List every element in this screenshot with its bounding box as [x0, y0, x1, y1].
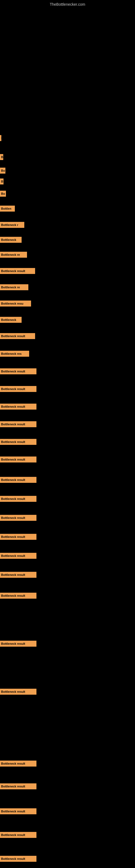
bar-label: Bottleneck result — [1, 785, 25, 788]
bar-label: Bo — [1, 169, 5, 172]
bar-label: Bottleneck result — [1, 269, 25, 273]
site-title: TheBottlenecker.com — [0, 0, 135, 8]
bar-row: Bottleneck re — [0, 252, 135, 258]
bar-label: B — [1, 180, 3, 183]
bar-label: Bottleneck result — [1, 388, 25, 391]
bar-label: Bottleneck result — [1, 594, 25, 597]
result-bar: Bottleneck result — [0, 593, 37, 599]
result-bar: Bottleneck result — [0, 496, 37, 502]
bar-row: Bottleneck result — [0, 268, 135, 274]
result-bar: Bottleneck re — [0, 252, 27, 258]
bar-row: Bottleneck result — [0, 439, 135, 445]
result-bar: Bottleneck result — [0, 761, 37, 767]
bar-label: Bottleneck — [1, 238, 16, 241]
bar-row: Bottleneck result — [0, 386, 135, 392]
bar-row: Bottleneck result — [0, 832, 135, 838]
result-bar: Bottleneck — [0, 317, 21, 323]
bar-row: Bottleneck result — [0, 689, 135, 695]
bar-row: Bottleneck re — [0, 284, 135, 290]
bar-row: Bottleneck result — [0, 333, 135, 339]
result-bar: Bottleneck result — [0, 832, 37, 838]
result-bar: Bo — [0, 191, 6, 197]
result-bar: Bottleneck result — [0, 572, 37, 578]
bar-row: Bottleneck result — [0, 593, 135, 599]
result-bar: Bottleneck resu — [0, 301, 31, 307]
bar-label: Bottleneck result — [1, 136, 1, 140]
result-bar: Bottleneck result — [0, 135, 1, 141]
bar-label: Bo — [1, 192, 5, 195]
bar-label: Bottleneck result — [1, 642, 25, 645]
bar-row: Bottleneck result — [0, 421, 135, 427]
bar-row: Bottleneck — [0, 237, 135, 243]
bar-row: Bottleneck result — [0, 457, 135, 463]
bar-label: Bottleneck — [1, 318, 16, 321]
result-bar: Bottleneck result — [0, 268, 35, 274]
bar-label: Bottleneck result — [1, 478, 25, 482]
bar-row: Bottleneck result — [0, 808, 135, 814]
bar-row: Bottleneck result — [0, 534, 135, 540]
bar-label: Bottleneck result — [1, 335, 25, 338]
result-bar: Bottleneck result — [0, 856, 37, 862]
bar-row: Bottleneck result — [0, 368, 135, 374]
bar-label: Bottleneck result — [1, 423, 25, 426]
bar-label: Bottleneck result — [1, 554, 25, 557]
bar-row: Bottlen — [0, 206, 135, 212]
bar-label: Bottleneck res — [1, 352, 21, 355]
result-bar: Bottleneck result — [0, 477, 37, 483]
bar-row: Bottleneck result — [0, 515, 135, 521]
bars-container: Bottleneck resultBBoBBoBottlenBottleneck… — [0, 8, 135, 868]
bar-row: Bottleneck result — [0, 783, 135, 789]
result-bar: Bottlen — [0, 206, 15, 212]
bar-label: B — [1, 155, 3, 159]
bar-label: Bottleneck re — [1, 253, 20, 256]
bar-label: Bottlen — [1, 207, 11, 210]
bar-row: Bottleneck result — [0, 553, 135, 559]
bar-label: Bottleneck result — [1, 857, 25, 860]
bar-row: Bo — [0, 167, 135, 174]
bar-label: Bottleneck result — [1, 440, 25, 443]
result-bar: Bottleneck res — [0, 351, 29, 357]
result-bar: Bottleneck result — [0, 333, 35, 339]
result-bar: Bottleneck result — [0, 386, 37, 392]
bar-label: Bottleneck result — [1, 458, 25, 461]
bar-label: Bottleneck r — [1, 223, 18, 226]
result-bar: Bottleneck result — [0, 641, 37, 647]
bar-label: Bottleneck result — [1, 690, 25, 693]
result-bar: Bottleneck result — [0, 553, 37, 559]
bar-label: Bottleneck result — [1, 516, 25, 520]
bar-row: Bottleneck res — [0, 351, 135, 357]
bar-row: Bottleneck resu — [0, 301, 135, 307]
result-bar: B — [0, 154, 3, 160]
result-bar: Bottleneck result — [0, 515, 37, 521]
bar-label: Bottleneck result — [1, 497, 25, 500]
result-bar: Bo — [0, 167, 5, 174]
result-bar: Bottleneck result — [0, 689, 37, 695]
bar-label: Bottleneck result — [1, 762, 25, 765]
bar-row: Bottleneck — [0, 317, 135, 323]
result-bar: Bottleneck result — [0, 457, 37, 463]
bar-label: Bottleneck result — [1, 833, 25, 837]
bar-label: Bottleneck result — [1, 573, 25, 577]
bar-row: Bottleneck result — [0, 572, 135, 578]
bar-label: Bottleneck result — [1, 370, 25, 373]
bar-label: Bottleneck result — [1, 810, 25, 813]
result-bar: Bottleneck result — [0, 808, 37, 814]
bar-row: Bottleneck result — [0, 477, 135, 483]
bar-label: Bottleneck resu — [1, 302, 24, 305]
result-bar: Bottleneck re — [0, 284, 28, 290]
bar-row: Bottleneck result — [0, 641, 135, 647]
bar-row: Bottleneck result — [0, 856, 135, 862]
result-bar: Bottleneck result — [0, 368, 37, 374]
bar-row: Bottleneck result — [0, 761, 135, 767]
result-bar: Bottleneck result — [0, 534, 37, 540]
bar-row: B — [0, 154, 135, 160]
result-bar: Bottleneck r — [0, 222, 24, 228]
bar-label: Bottleneck re — [1, 286, 20, 289]
bar-label: Bottleneck result — [1, 405, 25, 408]
bar-row: Bottleneck result — [0, 496, 135, 502]
result-bar: Bottleneck result — [0, 404, 37, 410]
bar-row: Bottleneck result — [0, 135, 135, 141]
bar-label: Bottleneck result — [1, 535, 25, 538]
result-bar: Bottleneck result — [0, 783, 37, 789]
bar-row: Bottleneck result — [0, 404, 135, 410]
